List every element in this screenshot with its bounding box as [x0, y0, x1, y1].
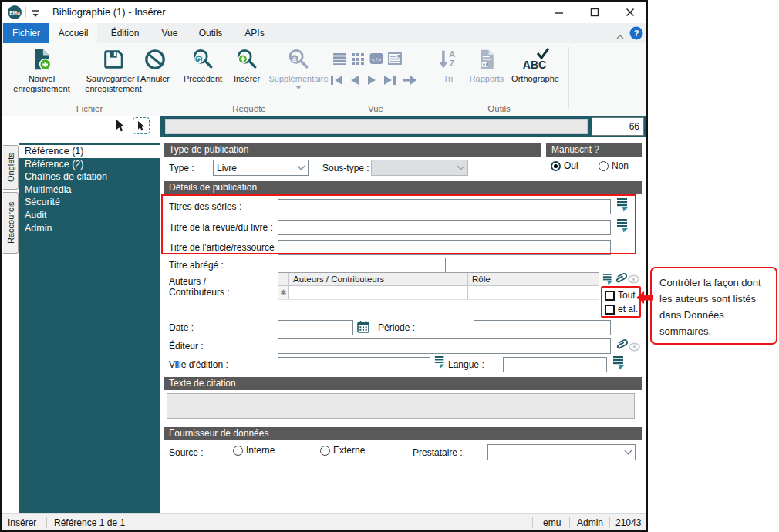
- manuscript-non-radio[interactable]: Non: [599, 160, 629, 171]
- help-icon[interactable]: ?: [629, 26, 643, 43]
- record-nav-icons: [327, 72, 420, 88]
- calendar-icon[interactable]: [357, 320, 369, 336]
- type-value: Livre: [214, 163, 294, 173]
- select-cursor-icon[interactable]: [116, 120, 126, 135]
- fill-down-icon[interactable]: [612, 355, 626, 373]
- ribbon-group-label: Outils: [430, 104, 568, 113]
- minimize-button[interactable]: [546, 3, 572, 22]
- app-window: EMu Bibliographie (1) - Insérer Fichier …: [0, 0, 648, 532]
- summary-field[interactable]: [165, 119, 588, 134]
- maximize-button[interactable]: [582, 3, 608, 22]
- sidebar-tab-raccourcis[interactable]: Raccourcis: [3, 192, 19, 254]
- sidebar-tab-onglets[interactable]: Onglets: [3, 145, 19, 190]
- ribbon-group-label: Vue: [322, 104, 429, 113]
- city-label: Ville d'édition :: [169, 359, 228, 370]
- summary-band: 66: [160, 116, 646, 137]
- sidebar-item-admin[interactable]: Admin: [19, 222, 160, 235]
- tab-vue[interactable]: Vue: [153, 23, 187, 43]
- details-view-icon[interactable]: [388, 52, 402, 65]
- svg-text:Z: Z: [450, 59, 455, 68]
- provider-select[interactable]: [487, 444, 636, 460]
- reports-button[interactable]: Rapports: [464, 46, 509, 84]
- citation-textarea[interactable]: [167, 393, 635, 419]
- fill-down-icon[interactable]: [434, 355, 446, 372]
- sidebar-item-reference-2[interactable]: Référence (2): [19, 158, 160, 171]
- date-label: Date :: [169, 322, 194, 333]
- last-record-icon[interactable]: [383, 74, 397, 86]
- sidebar-item-securite[interactable]: Sécurité: [19, 196, 160, 209]
- section-header-texte-de-citation: Texte de citation: [164, 377, 642, 390]
- radio-icon: [233, 446, 243, 456]
- authors-grid-row[interactable]: ✱: [278, 286, 599, 300]
- radio-label: Interne: [246, 445, 275, 456]
- collapse-ribbon-icon[interactable]: [615, 29, 625, 43]
- sidebar-panel: Référence (1) Référence (2) Chaînes de c…: [19, 143, 160, 513]
- quick-access-dropdown-icon[interactable]: [30, 8, 41, 22]
- date-input[interactable]: [278, 320, 353, 335]
- status-bar: Insérer Référence 1 de 1 emu Admin 21043: [2, 513, 646, 530]
- divider: [46, 517, 47, 528]
- grid-view-icon[interactable]: [351, 52, 365, 65]
- source-label: Source :: [169, 447, 204, 458]
- source-externe-radio[interactable]: Externe: [320, 445, 365, 456]
- role-cell[interactable]: [468, 286, 599, 299]
- cancel-button[interactable]: Annuler: [136, 46, 174, 84]
- section-header-details-de-publication: Détails de publication: [164, 181, 642, 194]
- language-label: Langue :: [448, 359, 484, 370]
- title-bar: EMu Bibliographie (1) - Insérer: [2, 2, 646, 23]
- new-record-button[interactable]: Nouvel enregistrement: [5, 46, 79, 93]
- radio-icon: [599, 161, 609, 171]
- sidebar-item-chaines-de-citation[interactable]: Chaînes de citation: [19, 170, 160, 184]
- list-view-icon[interactable]: [332, 52, 346, 65]
- publisher-input[interactable]: [278, 338, 611, 354]
- button-label: Rapports: [470, 74, 504, 84]
- svg-text:?: ?: [634, 29, 639, 38]
- city-input[interactable]: [278, 357, 430, 372]
- language-input[interactable]: [503, 357, 607, 372]
- tab-outils[interactable]: Outils: [190, 23, 231, 43]
- sort-button[interactable]: AZ Tri: [433, 46, 463, 84]
- next-record-icon[interactable]: [366, 74, 378, 86]
- tab-fichier[interactable]: Fichier: [3, 23, 49, 43]
- subtype-select[interactable]: [371, 160, 468, 176]
- button-label: Tri: [443, 74, 453, 84]
- view-history-icon[interactable]: [628, 273, 639, 287]
- marquee-select-icon[interactable]: [133, 117, 150, 134]
- button-label: Nouvel enregistrement: [5, 74, 79, 93]
- status-record-position: Référence 1 de 1: [54, 517, 125, 528]
- window-title: Bibliographie (1) - Insérer: [52, 6, 166, 18]
- sidebar-item-audit[interactable]: Audit: [19, 209, 160, 222]
- manuscript-oui-radio[interactable]: Oui: [551, 160, 578, 171]
- short-title-input[interactable]: [278, 258, 446, 273]
- status-port: 21043: [615, 517, 641, 528]
- insert-query-button[interactable]: Insérer: [228, 46, 265, 84]
- type-select[interactable]: Livre: [213, 160, 309, 176]
- status-user: Admin: [577, 517, 603, 528]
- sidebar-item-multimedia[interactable]: Multimédia: [19, 184, 160, 197]
- previous-query-button[interactable]: Précédent: [179, 46, 227, 84]
- subtype-label: Sous-type :: [322, 163, 369, 173]
- ribbon-group-vue: </> Vue: [322, 43, 429, 116]
- menu-bar: Fichier Accueil Édition Vue Outils APIs …: [2, 23, 646, 43]
- column-header-role: Rôle: [468, 273, 599, 285]
- tab-apis[interactable]: APIs: [236, 23, 273, 43]
- close-button[interactable]: [617, 3, 643, 22]
- tab-edition[interactable]: Édition: [102, 23, 148, 43]
- period-input[interactable]: [474, 320, 611, 335]
- divider: [25, 6, 26, 18]
- previous-record-icon[interactable]: [349, 74, 361, 86]
- view-history-icon[interactable]: [629, 341, 640, 355]
- authors-grid[interactable]: Auteurs / Contributeurs Rôle ✱: [278, 272, 599, 315]
- svg-text:</>: </>: [372, 57, 382, 63]
- button-label: Supplémentaire: [268, 74, 328, 84]
- source-interne-radio[interactable]: Interne: [233, 445, 275, 456]
- sidebar-item-reference-1[interactable]: Référence (1): [19, 145, 160, 158]
- attachment-icon[interactable]: [614, 336, 628, 355]
- first-record-icon[interactable]: [329, 74, 344, 86]
- goto-record-icon[interactable]: [402, 74, 417, 86]
- divider: [569, 517, 570, 528]
- tab-accueil[interactable]: Accueil: [49, 23, 97, 43]
- authors-cell[interactable]: [289, 286, 468, 299]
- xml-view-icon[interactable]: </>: [369, 52, 383, 65]
- spellcheck-button[interactable]: ABC Orthographe: [504, 46, 566, 84]
